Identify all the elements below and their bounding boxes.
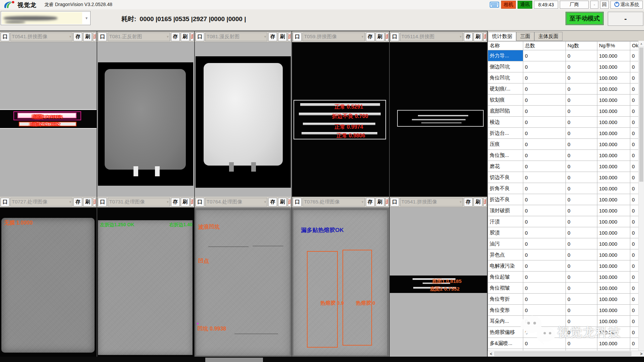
cell-name[interactable]: 角位起皱 xyxy=(488,272,523,283)
cell-ng-rate[interactable]: 100.000 xyxy=(597,83,630,95)
table-row[interactable]: 角位起皱00100.0000 xyxy=(488,272,639,283)
cell-ok[interactable]: 0 xyxy=(630,72,639,83)
cell-total[interactable]: 0 xyxy=(523,249,566,260)
table-row[interactable]: 侧边凹坑00100.0000 xyxy=(488,61,639,72)
table-row[interactable]: 硬划痕/...00100.0000 xyxy=(488,83,639,95)
scrollbar-thumb[interactable] xyxy=(639,48,643,182)
cell-ng[interactable]: 0 xyxy=(566,227,597,238)
cell-ok[interactable]: 0 xyxy=(630,216,639,227)
cell-name[interactable]: 胶渍 xyxy=(488,227,523,238)
col-ng-rate[interactable]: Ng率% xyxy=(597,42,630,50)
cell-name[interactable]: 异色点 xyxy=(488,249,523,260)
scroll-right-icon[interactable]: > xyxy=(639,351,644,356)
refresh-button[interactable]: 刷 xyxy=(181,33,190,41)
cell-total[interactable]: 0 xyxy=(523,106,566,117)
maximize-button[interactable]: 口 xyxy=(390,198,399,206)
image-source-select[interactable]: T0541.拼接图像 ▾ xyxy=(400,198,463,206)
cell-name[interactable]: 底部凹陷 xyxy=(488,106,523,117)
save-button[interactable]: 存 xyxy=(171,33,180,41)
cell-ng[interactable]: 0 xyxy=(566,316,597,327)
refresh-button[interactable]: 刷 xyxy=(376,198,384,206)
cell-name[interactable]: 侧边凹坑 xyxy=(488,61,523,72)
cell-ng[interactable]: 0 xyxy=(566,194,597,205)
cell-ng[interactable]: 0 xyxy=(566,183,597,194)
cell-total[interactable]: 0 xyxy=(523,316,566,327)
cell-name[interactable]: 角位变形 xyxy=(488,305,523,316)
exit-system-button[interactable]: 退出系统 xyxy=(610,1,643,9)
cell-ng[interactable]: 0 xyxy=(566,305,597,316)
cell-ok[interactable]: 0 xyxy=(630,205,639,216)
save-button[interactable]: 存 xyxy=(268,198,277,206)
cell-ok[interactable]: 0 xyxy=(630,238,639,249)
cell-ng-rate[interactable]: 100.000 xyxy=(597,227,630,238)
table-row[interactable]: 折角不良00100.0000 xyxy=(488,183,639,194)
cell-ng[interactable]: 0 xyxy=(566,283,597,294)
cell-total[interactable]: 0 xyxy=(523,327,566,338)
cell-ng-rate[interactable]: 100.000 xyxy=(597,95,630,106)
table-row[interactable]: 胶渍00100.0000 xyxy=(488,227,639,238)
image-source-select[interactable]: T0765.处理图像 ▾ xyxy=(303,198,365,206)
table-row[interactable]: 底部凹陷00100.0000 xyxy=(488,106,639,117)
refresh-button[interactable]: 刷 xyxy=(376,33,384,41)
cell-name[interactable]: 顶封破损 xyxy=(488,205,523,216)
cell-name[interactable]: 软划痕 xyxy=(488,95,523,106)
image-source-select[interactable]: T0727.处理图像 ▾ xyxy=(10,198,72,206)
cell-ng-rate[interactable]: 100.000 xyxy=(597,294,630,305)
partial-button[interactable]: 面 xyxy=(93,33,96,41)
cell-total[interactable]: 0 xyxy=(523,50,566,61)
cell-ng[interactable]: 0 xyxy=(566,249,597,260)
cell-ng[interactable]: 0 xyxy=(566,272,597,283)
cell-ok[interactable]: 0 xyxy=(630,249,639,260)
cell-ng-rate[interactable]: 100.000 xyxy=(597,106,630,117)
cell-name[interactable]: 角位预... xyxy=(488,150,523,161)
table-row[interactable]: 外力导...00100.0000 xyxy=(488,50,639,61)
partial-button[interactable]: 面 xyxy=(385,33,388,41)
image-source-select[interactable]: T0541.拼接图像 ▾ xyxy=(10,33,72,41)
cell-ng[interactable]: 0 xyxy=(566,216,597,227)
table-row[interactable]: 角位变形00100.0000 xyxy=(488,305,639,316)
cell-total[interactable]: 0 xyxy=(523,283,566,294)
maximize-button[interactable]: 口 xyxy=(293,33,302,41)
refresh-button[interactable]: 刷 xyxy=(278,33,287,41)
cell-ng-rate[interactable]: 100.000 xyxy=(597,161,630,172)
cell-name[interactable]: 压痕 xyxy=(488,139,523,150)
partial-button[interactable]: 面 xyxy=(288,198,291,206)
partial-button[interactable]: 面 xyxy=(483,198,486,206)
table-row[interactable]: 耳朵内...00100.0000 xyxy=(488,316,639,327)
cell-ok[interactable]: 0 xyxy=(630,95,639,106)
cell-ng[interactable]: 0 xyxy=(566,128,597,139)
table-row[interactable]: 角位预...00100.0000 xyxy=(488,150,639,161)
cell-name[interactable]: 电解液污染 xyxy=(488,260,523,272)
comm-button[interactable]: 通讯 xyxy=(518,1,532,9)
cell-name[interactable]: 棱边 xyxy=(488,117,523,128)
col-name[interactable]: 名称 xyxy=(488,42,523,50)
cell-ng-rate[interactable]: 100.000 xyxy=(597,338,630,349)
cell-ng[interactable]: 0 xyxy=(566,338,597,349)
chevron-down-icon[interactable]: ▾ xyxy=(83,11,90,25)
cell-total[interactable]: 0 xyxy=(523,227,566,238)
save-button[interactable]: 存 xyxy=(366,33,375,41)
cell-ng[interactable]: 0 xyxy=(566,205,597,216)
table-row[interactable]: 切边不良00100.0000 xyxy=(488,172,639,183)
vertical-scrollbar[interactable]: ∧ xyxy=(638,41,644,351)
table-row[interactable]: 异色点00100.0000 xyxy=(488,249,639,260)
cell-ok[interactable]: 0 xyxy=(630,150,639,161)
table-row[interactable]: 电解液污染00100.0000 xyxy=(488,260,639,272)
table-row[interactable]: 棱边00100.0000 xyxy=(488,117,639,128)
cell-total[interactable]: 0 xyxy=(523,216,566,227)
keyboard-icon[interactable] xyxy=(489,1,499,9)
cell-ng[interactable]: 0 xyxy=(566,238,597,249)
cell-ng[interactable]: 0 xyxy=(566,61,597,72)
scrollbar-thumb[interactable] xyxy=(494,352,631,356)
image-source-select[interactable]: T05114.拼接图 ▾ xyxy=(400,33,463,41)
maximize-button[interactable]: 口 xyxy=(196,198,204,206)
cell-name[interactable]: 热熔胶偏移 xyxy=(488,327,523,338)
maximize-button[interactable]: 口 xyxy=(390,33,399,41)
cell-ok[interactable]: 0 xyxy=(630,117,639,128)
table-row[interactable]: 油污00100.0000 xyxy=(488,238,639,249)
cell-name[interactable]: 硬划痕/... xyxy=(488,83,523,95)
tab-body-back[interactable]: 主体反面 xyxy=(534,32,562,41)
cell-ng-rate[interactable]: 100.000 xyxy=(597,260,630,272)
table-row[interactable]: 顶封破损00100.0000 xyxy=(488,205,639,216)
cell-name[interactable]: 折边台... xyxy=(488,128,523,139)
